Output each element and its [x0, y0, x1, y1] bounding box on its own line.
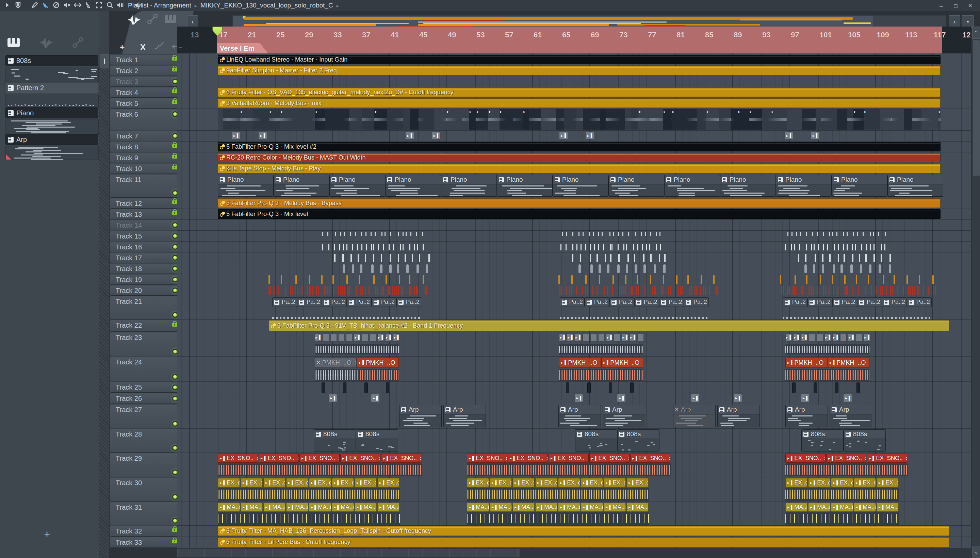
- pattern-clip-arp[interactable]: ×Arp: [673, 405, 716, 427]
- audio-clip-olive2[interactable]: ▸▐MA..in: [332, 502, 354, 512]
- track-row-track-23[interactable]: Track 23...: [110, 332, 182, 356]
- mini-audio-clip[interactable]: ▸▐: [784, 132, 793, 140]
- track-lock-icon[interactable]: [172, 211, 177, 215]
- vertical-scrollbar-thumb[interactable]: [973, 40, 980, 176]
- resize-grip[interactable]: ...: [116, 497, 121, 500]
- grid-row-track-32[interactable]: 6 Fruity Filter - MA_HAB_136_Percussion_…: [177, 526, 971, 537]
- grid-row-track-21[interactable]: Pa..2Pa..2Pa..2Pa..2Pa..2Pa..2Pa..2Pa..2…: [177, 296, 971, 320]
- vocal-chop-clip[interactable]: [362, 333, 368, 341]
- audio-clip-olive2[interactable]: ▸▐MA..in: [581, 502, 603, 512]
- audio-clip-olive2[interactable]: ▸▐MA..in: [877, 502, 899, 512]
- mini-audio-clip[interactable]: ▸▐: [231, 132, 240, 140]
- resize-grip[interactable]: ...: [116, 194, 121, 196]
- sliver-clip[interactable]: [587, 382, 591, 393]
- audio-clip-dkyellow[interactable]: ▸▐EX..d: [604, 478, 626, 487]
- audio-clip-dkyellow[interactable]: ▸▐EX..d: [355, 478, 377, 487]
- pattern-clip-pa..2[interactable]: Pa..2: [272, 297, 297, 307]
- scroll-up-button[interactable]: ⌃: [972, 26, 980, 39]
- vocal-chop-clip[interactable]: [583, 333, 589, 341]
- slice-icon[interactable]: [84, 0, 93, 10]
- vocal-chop-clip[interactable]: ▸▐: [575, 333, 581, 341]
- track-row-track-25[interactable]: Track 25: [110, 382, 182, 392]
- pattern-clip-piano[interactable]: Piano: [553, 175, 608, 197]
- grid-row-track-18[interactable]: [177, 263, 971, 274]
- track-row-track-18[interactable]: Track 18: [110, 264, 182, 274]
- grid-row-track-33[interactable]: 6 Fruity Filter - Lil Perc Bus - Cutoff …: [177, 537, 971, 548]
- grid-row-track-15[interactable]: [177, 231, 971, 241]
- pattern-clip-arp[interactable]: Arp: [399, 405, 442, 427]
- audio-clip-pmkh[interactable]: ▸▐PMKH_..O_Slam: [785, 358, 827, 368]
- track-lock-icon[interactable]: [172, 57, 177, 61]
- pattern-clip-808s[interactable]: 808s: [617, 429, 660, 451]
- playlist-grid[interactable]: LinEQ Lowband Stereo - Master - Input Ga…: [177, 53, 971, 548]
- audio-clip-red[interactable]: ▸▐EX_SNO.._slide: [381, 453, 421, 463]
- track-row-track-26[interactable]: Track 26: [110, 393, 182, 404]
- vocal-chop-clip[interactable]: [330, 333, 337, 341]
- automation-clip[interactable]: RC-20 Retro Color - Melody Bus - MAST Ou…: [218, 153, 941, 162]
- audio-clip-dkyellow[interactable]: ▸▐EX..d: [332, 478, 354, 487]
- automation-clip[interactable]: 6 Fruity Filter - Lil Perc Bus - Cutoff …: [218, 537, 949, 547]
- audio-clip-olive2[interactable]: ▸▐MA..in: [490, 502, 512, 512]
- mini-audio-clip[interactable]: ▸▐: [733, 394, 742, 402]
- pattern-clip-piano[interactable]: Piano: [274, 175, 329, 197]
- sliver-clip[interactable]: [364, 382, 368, 393]
- grid-row-track-22[interactable]: 5 FabFilter Pro-Q 3 - 91V_TB_hihat_balan…: [177, 320, 971, 332]
- track-row-track-10[interactable]: Track 10: [110, 164, 182, 174]
- mini-audio-clip[interactable]: ▸▐: [691, 394, 699, 402]
- resize-grip[interactable]: ...: [116, 126, 121, 129]
- pattern-clip-arp[interactable]: Arp: [602, 405, 645, 427]
- vocal-chop-clip[interactable]: ▸▐: [354, 333, 360, 341]
- audio-clip-olive2[interactable]: ▸▐MA..in: [241, 502, 263, 512]
- picker-scrollbar-thumb[interactable]: [100, 54, 109, 68]
- track-row-track-2[interactable]: Track 2: [110, 66, 182, 75]
- audio-clip-dkyellow[interactable]: ▸▐EX..d: [512, 478, 535, 487]
- vocal-chop-clip[interactable]: ▸▐: [863, 333, 870, 341]
- pattern-clip-808s[interactable]: 808s: [801, 429, 844, 451]
- pattern-clip-piano[interactable]: Piano: [664, 175, 720, 197]
- grid-row-track-16[interactable]: [177, 241, 971, 253]
- pattern-clip-piano[interactable]: Piano: [888, 175, 943, 197]
- wave-tab-icon[interactable]: [39, 37, 53, 50]
- pattern-clip-pa..2[interactable]: Pa..2: [560, 297, 584, 307]
- ruler-zoom-grip-icon[interactable]: ↔: [177, 44, 183, 50]
- close-button[interactable]: ×: [964, 0, 977, 11]
- mini-audio-clip[interactable]: ▸▐: [801, 394, 809, 402]
- pattern-clip-arp[interactable]: Arp: [558, 405, 601, 427]
- mini-audio-clip[interactable]: ▸▐: [811, 132, 819, 140]
- sliver-clip[interactable]: [566, 382, 569, 393]
- track-row-track-16[interactable]: Track 16: [110, 242, 182, 252]
- automation-clip[interactable]: LinEQ Lowband Stereo - Master - Input Ga…: [218, 55, 941, 64]
- vocal-chop-clip[interactable]: [817, 333, 823, 341]
- pattern-clip-pa..2[interactable]: Pa..2: [297, 297, 322, 307]
- audio-clip-olive2[interactable]: ▸▐MA..in: [467, 502, 489, 512]
- track-lock-icon[interactable]: [172, 144, 177, 148]
- grid-row-track-24[interactable]: ×PMKH_..O_Slam▸▐PMKH_..O_Slam▸▐PMKH_..O_…: [177, 356, 971, 382]
- playlist-minimap[interactable]: [232, 15, 946, 28]
- track-row-track-13[interactable]: Track 13: [110, 209, 182, 219]
- automation-clip[interactable]: 5 FabFilter Pro-Q 3 - Mix level: [218, 209, 941, 219]
- delete-track-button[interactable]: X: [140, 43, 146, 52]
- pattern-clip-pa..2[interactable]: Pa..2: [659, 297, 684, 307]
- picker-scrollbar-track[interactable]: [99, 68, 109, 558]
- track-row-track-30[interactable]: Track 30...: [110, 478, 182, 501]
- audio-clip-olive2[interactable]: ▸▐MA..in: [785, 502, 808, 512]
- grid-row-track-20[interactable]: [177, 285, 971, 296]
- audio-clip-red[interactable]: ▸▐EX_SNO.._slide: [630, 453, 670, 463]
- resize-grip[interactable]: ...: [116, 448, 121, 451]
- grid-row-track-30[interactable]: ▸▐EX..d▸▐EX..d▸▐EX..d▸▐EX..d▸▐EX..d▸▐EX.…: [177, 478, 971, 502]
- vocal-chop-clip[interactable]: ▸▐: [848, 333, 854, 341]
- track-lock-icon[interactable]: [172, 200, 177, 204]
- vocal-chop-clip[interactable]: ▸▐: [606, 333, 612, 341]
- vocal-chop-clip[interactable]: ▸▐: [785, 333, 792, 341]
- track-row-track-33[interactable]: Track 33: [110, 537, 182, 547]
- magnet-icon[interactable]: [13, 0, 23, 10]
- vocal-chop-clip[interactable]: ▸▐: [393, 333, 399, 341]
- pattern-clip-pa..2[interactable]: Pa..2: [832, 297, 857, 307]
- track-row-track-15[interactable]: Track 15: [110, 231, 182, 241]
- automation-clip[interactable]: 5 FabFilter Pro-Q 3 - Mix level #2: [218, 142, 941, 151]
- audio-clip-dkyellow[interactable]: ▸▐EX..d: [581, 478, 603, 487]
- audio-clip-red[interactable]: ▸▐EX_SNO.._slide: [299, 453, 340, 463]
- audio-clip-pmkh[interactable]: ▸▐PMKH_..O_Slam: [827, 358, 869, 368]
- track-row-track-7[interactable]: Track 7: [110, 131, 182, 141]
- vertical-scrollbar[interactable]: ⌃ ⌄: [972, 26, 980, 558]
